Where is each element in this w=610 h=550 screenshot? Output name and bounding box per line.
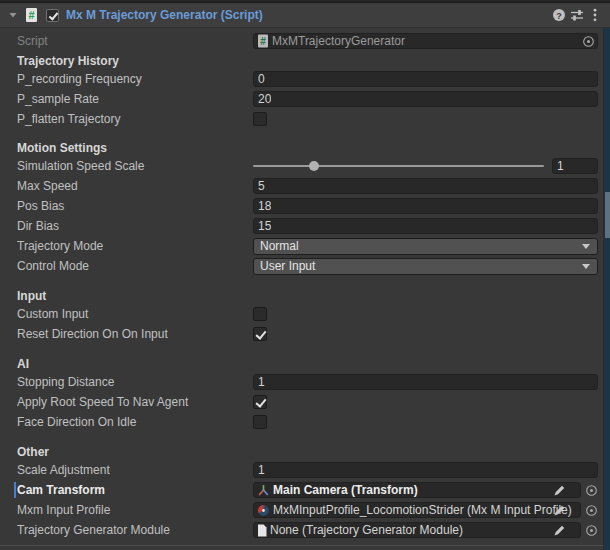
property-label: Control Mode [17, 259, 253, 273]
property-label: Simulation Speed Scale [17, 159, 253, 173]
dir-bias-field[interactable]: 15 [253, 218, 598, 234]
property-row-p-sample-rate: P_sample Rate 20 [0, 89, 610, 109]
property-label: Apply Root Speed To Nav Agent [17, 395, 253, 409]
object-picker-icon[interactable] [585, 484, 598, 497]
section-title-ai: AI [0, 356, 610, 372]
scale-adjustment-field[interactable]: 1 [253, 462, 598, 478]
simulation-speed-value-field[interactable]: 1 [552, 158, 598, 174]
mxm-input-profile-object-field[interactable]: MxMInputProfile_LocomotionStrider (Mx M … [253, 502, 581, 518]
cam-transform-object-field[interactable]: Main Camera (Transform) [253, 482, 581, 498]
section-title-other: Other [0, 444, 610, 460]
property-row-p-recording-frequency: P_recording Frequency 0 [0, 69, 610, 89]
property-label: P_flatten Trajectory [17, 112, 253, 126]
property-row-max-speed: Max Speed 5 [0, 176, 610, 196]
foldout-chevron-down-icon[interactable] [4, 6, 22, 24]
control-mode-dropdown[interactable]: User Input [253, 258, 598, 275]
property-row-pos-bias: Pos Bias 18 [0, 196, 610, 216]
prefab-override-indicator [14, 482, 16, 498]
property-row-mxm-input-profile: Mxm Input Profile MxMInputProfile_Locomo… [0, 500, 610, 520]
property-row-simulation-speed-scale: Simulation Speed Scale 1 [0, 156, 610, 176]
pos-bias-field[interactable]: 18 [253, 198, 598, 214]
svg-text:#: # [28, 9, 34, 21]
edit-pen-icon[interactable] [553, 484, 566, 497]
svg-text:#: # [260, 36, 266, 47]
property-row-stopping-distance: Stopping Distance 1 [0, 372, 610, 392]
max-speed-field[interactable]: 5 [253, 178, 598, 194]
property-label: Trajectory Generator Module [17, 523, 253, 537]
custom-input-checkbox[interactable] [253, 307, 267, 321]
property-row-cam-transform: Cam Transform Main Camera (Transform) [0, 480, 610, 500]
object-picker-icon[interactable] [585, 524, 598, 537]
object-value: None (Trajectory Generator Module) [270, 523, 578, 537]
kebab-menu-icon[interactable] [586, 6, 604, 24]
object-value: MxMInputProfile_LocomotionStrider (Mx M … [273, 503, 578, 517]
property-row-custom-input: Custom Input [0, 304, 610, 324]
transform-axes-icon [257, 484, 270, 497]
property-label: Mxm Input Profile [17, 503, 253, 517]
asset-file-icon [257, 524, 267, 537]
property-row-scale-adjustment: Scale Adjustment 1 [0, 460, 610, 480]
svg-text:?: ? [556, 11, 562, 21]
slider-handle[interactable] [309, 161, 319, 171]
property-label: Cam Transform [17, 483, 253, 497]
component-enabled-checkbox[interactable] [46, 9, 59, 22]
chevron-down-icon [582, 244, 590, 249]
property-row-reset-direction-on-on-input: Reset Direction On On Input [0, 324, 610, 344]
script-object-name: MxMTrajectoryGenerator [272, 34, 582, 48]
property-label: Stopping Distance [17, 375, 253, 389]
property-label: P_recording Frequency [17, 72, 253, 86]
property-label: Pos Bias [17, 199, 253, 213]
property-label: Dir Bias [17, 219, 253, 233]
p-sample-rate-field[interactable]: 20 [253, 91, 598, 107]
trajectory-mode-dropdown[interactable]: Normal [253, 238, 598, 255]
simulation-speed-slider[interactable] [253, 165, 544, 167]
csharp-script-icon: # [257, 34, 269, 48]
object-picker-icon[interactable] [582, 35, 595, 48]
property-row-p-flatten-trajectory: P_flatten Trajectory [0, 109, 610, 129]
component-header[interactable]: # Mx M Trajectory Generator (Script) ? [0, 3, 610, 28]
component-body: Script # MxMTrajectoryGenerator [0, 28, 610, 540]
component-title: Mx M Trajectory Generator (Script) [66, 8, 550, 22]
property-label: Trajectory Mode [17, 239, 253, 253]
property-row-apply-root-speed-to-nav-agent: Apply Root Speed To Nav Agent [0, 392, 610, 412]
property-label: Max Speed [17, 179, 253, 193]
property-row-script: Script # MxMTrajectoryGenerator [0, 31, 610, 51]
edit-pen-icon[interactable] [553, 524, 566, 537]
scriptable-object-icon [257, 504, 270, 517]
property-row-trajectory-mode: Trajectory Mode Normal [0, 236, 610, 256]
object-value: Main Camera (Transform) [273, 483, 578, 497]
section-title-motion-settings: Motion Settings [0, 141, 610, 156]
property-label: P_sample Rate [17, 92, 253, 106]
property-row-face-direction-on-idle: Face Direction On Idle [0, 412, 610, 432]
csharp-script-icon: # [22, 6, 40, 24]
property-label: Script [17, 34, 253, 48]
property-label: Face Direction On Idle [17, 415, 253, 429]
property-row-trajectory-generator-module: Trajectory Generator Module None (Trajec… [0, 520, 610, 540]
vertical-scrollbar[interactable] [603, 28, 610, 550]
stopping-distance-field[interactable]: 1 [253, 374, 598, 390]
apply-root-speed-checkbox[interactable] [253, 395, 267, 409]
section-title-trajectory-history: Trajectory History [0, 53, 610, 69]
section-title-input: Input [0, 286, 610, 304]
unity-inspector-panel: # Mx M Trajectory Generator (Script) ? [0, 0, 610, 550]
property-row-control-mode: Control Mode User Input [0, 256, 610, 276]
p-flatten-trajectory-checkbox[interactable] [253, 112, 267, 126]
scrollbar-thumb[interactable] [605, 192, 610, 238]
object-picker-icon[interactable] [585, 504, 598, 517]
script-object-field[interactable]: # MxMTrajectoryGenerator [253, 33, 598, 49]
chevron-down-icon [582, 264, 590, 269]
property-row-dir-bias: Dir Bias 15 [0, 216, 610, 236]
property-label: Scale Adjustment [17, 463, 253, 477]
reset-direction-checkbox[interactable] [253, 327, 267, 341]
trajectory-generator-module-object-field[interactable]: None (Trajectory Generator Module) [253, 522, 581, 538]
presets-icon[interactable] [568, 6, 586, 24]
face-direction-checkbox[interactable] [253, 415, 267, 429]
component-bottom-separator [0, 545, 603, 546]
edit-pen-icon[interactable] [553, 504, 566, 517]
p-recording-frequency-field[interactable]: 0 [253, 71, 598, 87]
property-label: Reset Direction On On Input [17, 327, 253, 341]
property-label: Custom Input [17, 307, 253, 321]
help-icon[interactable]: ? [550, 6, 568, 24]
